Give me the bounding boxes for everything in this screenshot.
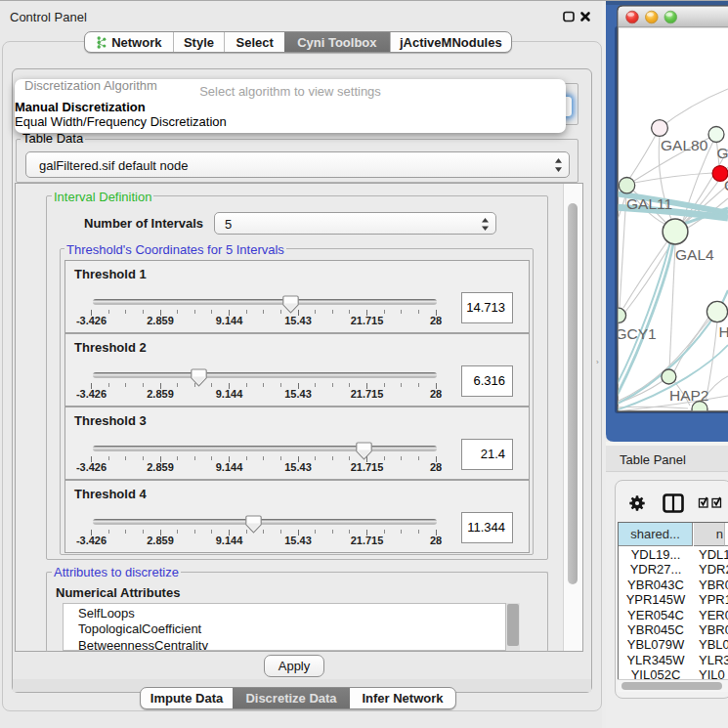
svg-text:GCY1: GCY1 [616,325,657,342]
svg-text:GAL11: GAL11 [626,195,672,212]
svg-text:G.: G. [717,145,728,161]
svg-text:HAP2: HAP2 [669,387,709,404]
svg-text:C: C [724,177,728,193]
svg-text:H: H [719,323,728,340]
svg-text:GAL4: GAL4 [675,246,714,263]
svg-text:GAL80: GAL80 [661,137,708,153]
